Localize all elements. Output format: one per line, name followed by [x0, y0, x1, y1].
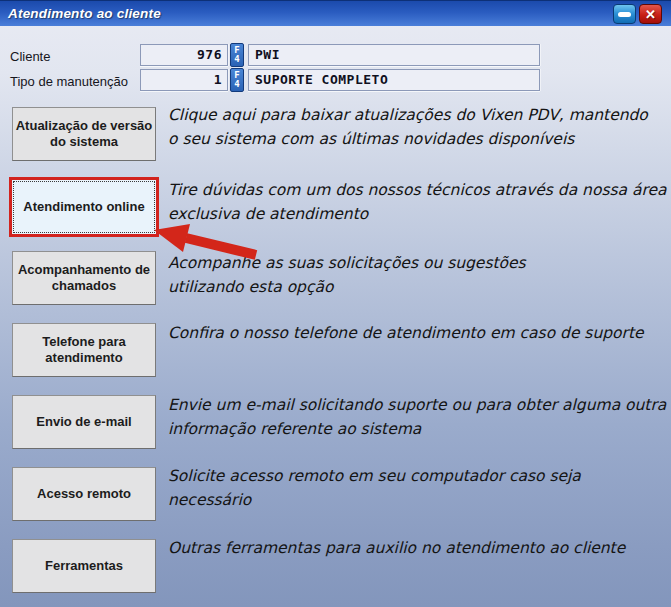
- cliente-name-input[interactable]: PWI: [248, 44, 540, 66]
- tipo-manutencao-value-input[interactable]: SUPORTE COMPLETO: [248, 69, 540, 91]
- button-atualizacao-de-versao[interactable]: Atualização de versão do sistema: [12, 107, 156, 161]
- tipo-manutencao-code-input[interactable]: 1: [140, 69, 228, 91]
- window-titlebar: Atendimento ao cliente ✕: [0, 0, 671, 26]
- cliente-code-input[interactable]: 976: [140, 44, 228, 66]
- description-ferramentas: Outras ferramentas para auxilio no atend…: [168, 536, 668, 560]
- description-atualizacao-de-versao: Clique aqui para baixar atualizações do …: [168, 103, 668, 151]
- button-atendimento-online[interactable]: Atendimento online: [9, 177, 159, 237]
- button-ferramentas[interactable]: Ferramentas: [12, 539, 156, 593]
- close-button[interactable]: ✕: [639, 4, 662, 24]
- button-telefone-para-atendimento[interactable]: Telefone para atendimento: [12, 323, 156, 377]
- tipo-manutencao-f4-lookup-button[interactable]: F 4: [230, 68, 244, 92]
- dialog-atendimento-ao-cliente: Atendimento ao cliente ✕ Cliente 976 F 4…: [0, 0, 671, 607]
- close-icon: ✕: [645, 7, 656, 22]
- button-envio-de-email[interactable]: Envio de e-mail: [12, 395, 156, 449]
- cliente-label: Cliente: [10, 49, 50, 64]
- f4-key-label: 4: [234, 80, 239, 89]
- description-acesso-remoto: Solicite acesso remoto em seu computador…: [168, 464, 668, 512]
- tipo-manutencao-label: Tipo de manutenção: [10, 74, 128, 89]
- description-envio-de-email: Envie um e-mail solicitando suporte ou p…: [168, 393, 668, 441]
- description-telefone-para-atendimento: Confira o nosso telefone de atendimento …: [168, 321, 668, 345]
- cliente-f4-lookup-button[interactable]: F 4: [230, 43, 244, 67]
- button-acompanhamento-de-chamados[interactable]: Acompanhamento de chamados: [12, 251, 156, 305]
- minimize-icon: [618, 12, 631, 17]
- f4-key-label: 4: [234, 55, 239, 64]
- annotation-arrow-icon: [150, 217, 262, 261]
- window-title: Atendimento ao cliente: [8, 1, 161, 27]
- minimize-button[interactable]: [613, 4, 636, 24]
- button-acesso-remoto[interactable]: Acesso remoto: [12, 467, 156, 521]
